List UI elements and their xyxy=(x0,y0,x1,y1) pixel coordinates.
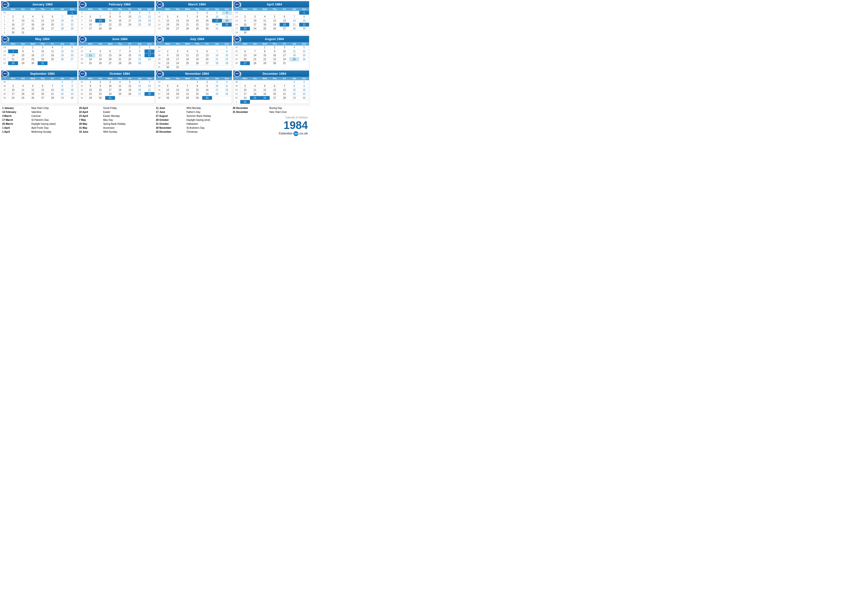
dow-label-Thu: Thu xyxy=(270,77,280,80)
week-row: 261 xyxy=(156,45,232,50)
day-cell: 21 xyxy=(95,23,105,26)
dow-label-Fri: Fri xyxy=(48,42,57,45)
day-cell xyxy=(8,11,18,15)
holiday-row: 1 AprilApril Fools' Day xyxy=(2,126,78,130)
day-cell: 13 xyxy=(173,88,183,92)
week-row: 159101112131415 xyxy=(233,19,309,23)
day-cell xyxy=(48,61,57,65)
badge-365-6: 365 xyxy=(79,36,85,42)
day-cell: 30 xyxy=(202,96,212,100)
day-cell: 15 xyxy=(105,19,115,23)
day-cell: 27 xyxy=(37,96,48,100)
day-cell: 2 xyxy=(115,11,125,15)
day-cell: 4 xyxy=(260,15,270,19)
day-cell: 24 xyxy=(18,27,28,30)
day-cell: 21 xyxy=(115,58,125,61)
day-cell: 18 xyxy=(85,58,96,61)
holiday-name: Whit Sunday xyxy=(102,130,155,134)
brand-tagline: Calendar & Holidays xyxy=(285,116,308,119)
day-cell: 18 xyxy=(183,58,192,61)
day-cell: 2 xyxy=(163,50,173,53)
day-cell: 8 xyxy=(67,15,77,19)
holiday-name: Summer Bank Holiday xyxy=(186,114,232,118)
day-cell xyxy=(37,80,48,84)
week-number: 49 xyxy=(233,84,240,88)
day-cell: 10 xyxy=(280,50,290,53)
day-cell xyxy=(280,11,290,15)
month-header-8: 365August 1984) xyxy=(233,36,309,42)
day-cell: 6 xyxy=(173,15,183,19)
branding-section: Calendar & Holidays1984Calendar-365.co.u… xyxy=(277,115,309,137)
day-cell: 16 xyxy=(270,53,280,57)
day-cell: 30 xyxy=(299,96,309,100)
day-cell xyxy=(135,96,144,100)
day-cell: 26 xyxy=(270,27,280,30)
dow-label-Sat: Sat xyxy=(135,42,144,45)
day-cell: 4 xyxy=(222,11,232,15)
day-cell: 25 xyxy=(115,92,125,96)
day-cell: 3 xyxy=(144,45,154,49)
day-cell: 4 xyxy=(183,50,192,53)
day-cell xyxy=(212,45,222,49)
dow-label-Tue: Tue xyxy=(18,8,28,11)
day-cell: 30 xyxy=(240,31,250,34)
dow-label-Sat: Sat xyxy=(135,8,144,11)
brand-year: 1984 xyxy=(284,120,308,131)
day-cell: 14 xyxy=(280,88,290,92)
day-cell: 16 xyxy=(95,88,105,92)
day-cell: 4 xyxy=(289,45,299,49)
day-cell: 2 xyxy=(28,45,38,49)
day-cell: 8 xyxy=(57,84,67,88)
day-cell: 22 xyxy=(260,58,270,61)
week-number: 43 xyxy=(79,92,85,96)
day-cell: 29 xyxy=(260,61,270,65)
dow-row-9: MonTueWedThuFriSatSun xyxy=(1,77,77,80)
day-cell: 22 xyxy=(299,23,309,26)
day-cell xyxy=(250,31,260,34)
day-cell: 13 xyxy=(37,88,48,92)
week-number: 8 xyxy=(79,23,85,26)
week-number: 52 xyxy=(233,96,240,100)
day-cell: 13 xyxy=(48,19,57,23)
dow-label-Fri: Fri xyxy=(125,42,135,45)
dow-label-Wed: Wed xyxy=(260,8,270,11)
week-row: 2411121314151617 xyxy=(79,53,155,58)
week-number: 31 xyxy=(156,65,163,69)
day-cell: 30 xyxy=(135,61,144,65)
holidays-col-1: 1 JanuaryNew Year's Day14 FebruaryValent… xyxy=(2,106,78,137)
day-cell: 12 xyxy=(260,88,270,92)
day-cell xyxy=(115,45,125,49)
day-cell: 25 xyxy=(250,96,260,100)
week-number: 22 xyxy=(79,45,85,49)
dow-row-4: MonTueWedThuFriSatSun xyxy=(233,8,309,11)
holiday-row: 4 MarchCarnival xyxy=(2,114,78,118)
day-cell: 17 xyxy=(8,92,18,96)
week-number: 9 xyxy=(79,27,85,30)
day-cell: 22 xyxy=(85,92,96,96)
holiday-row: 22 AprilEaster xyxy=(78,110,155,114)
day-cell: 22 xyxy=(125,58,135,61)
day-cell: 6 xyxy=(240,50,250,53)
day-cell: 21 xyxy=(8,58,18,61)
day-cell: 26 xyxy=(144,23,154,26)
day-cell: 9 xyxy=(28,50,38,53)
week-row: 423242526272829 xyxy=(1,27,77,31)
day-cell: 9 xyxy=(8,19,18,23)
holiday-name: Father's Day xyxy=(186,110,232,114)
month-header-6: 365June 1984) xyxy=(79,36,155,42)
day-cell: 15 xyxy=(222,53,232,57)
day-cell: 20 xyxy=(37,92,48,96)
day-cell: 1 xyxy=(18,45,28,49)
week-number: 39 xyxy=(1,96,8,100)
day-cell: 21 xyxy=(280,92,290,96)
holiday-row: 7 MayMay Day xyxy=(78,118,155,122)
dow-label-Thu: Thu xyxy=(192,8,202,11)
week-row: 12345678 xyxy=(1,15,77,19)
day-cell: 8 xyxy=(192,15,202,19)
week-row: 10567891011 xyxy=(156,15,232,19)
dow-row-10: MonTueWedThuFriSatSun xyxy=(79,77,155,80)
day-cell: 24 xyxy=(250,27,260,30)
week-number: 51 xyxy=(233,92,240,96)
day-cell xyxy=(163,11,173,15)
dow-label-Wed: Wed xyxy=(105,77,115,80)
